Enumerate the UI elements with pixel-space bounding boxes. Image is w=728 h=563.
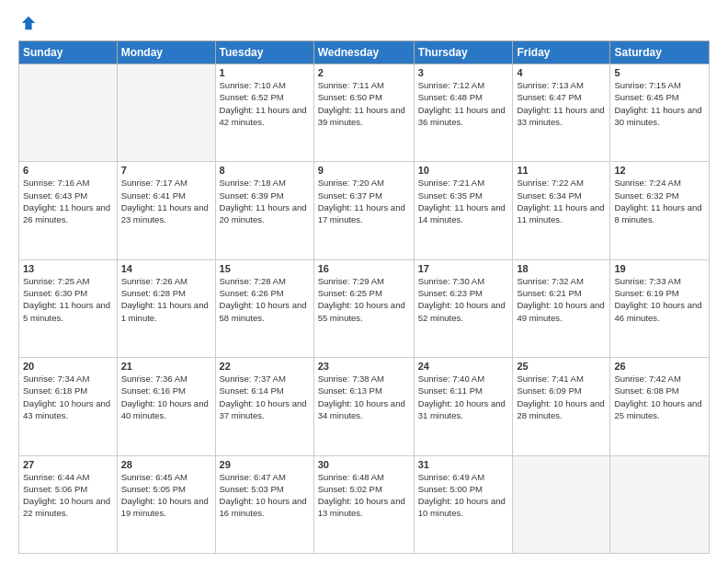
calendar-cell: 30Sunrise: 6:48 AMSunset: 5:02 PMDayligh… [313,455,414,553]
weekday-header: Monday [117,41,215,64]
day-number: 26 [614,361,705,372]
day-number: 20 [23,361,113,372]
day-detail: Sunrise: 7:16 AMSunset: 6:43 PMDaylight:… [23,177,113,225]
calendar-cell [513,455,610,553]
day-detail: Sunrise: 6:48 AMSunset: 5:02 PMDaylight:… [318,471,410,520]
day-number: 22 [220,361,310,372]
logo [18,15,37,31]
weekday-header: Sunday [19,41,118,64]
calendar-cell: 6Sunrise: 7:16 AMSunset: 6:43 PMDaylight… [19,162,118,259]
calendar-week-row: 6Sunrise: 7:16 AMSunset: 6:43 PMDaylight… [19,162,710,259]
weekday-header: Wednesday [313,41,414,64]
day-detail: Sunrise: 7:12 AMSunset: 6:48 PMDaylight:… [418,79,509,128]
calendar-cell: 3Sunrise: 7:12 AMSunset: 6:48 PMDaylight… [414,64,513,162]
calendar-cell: 14Sunrise: 7:26 AMSunset: 6:28 PMDayligh… [117,259,215,357]
day-detail: Sunrise: 7:13 AMSunset: 6:47 PMDaylight:… [517,79,606,128]
calendar-cell: 12Sunrise: 7:24 AMSunset: 6:32 PMDayligh… [610,162,710,259]
weekday-header: Friday [513,41,610,64]
day-detail: Sunrise: 7:36 AMSunset: 6:16 PMDaylight:… [121,373,211,421]
day-number: 16 [318,263,410,274]
day-number: 18 [517,263,606,274]
day-number: 17 [418,263,509,274]
calendar-cell: 29Sunrise: 6:47 AMSunset: 5:03 PMDayligh… [215,455,313,553]
calendar-cell: 10Sunrise: 7:21 AMSunset: 6:35 PMDayligh… [414,162,513,259]
day-detail: Sunrise: 7:38 AMSunset: 6:13 PMDaylight:… [318,373,410,421]
day-detail: Sunrise: 7:17 AMSunset: 6:41 PMDaylight:… [121,177,211,225]
day-detail: Sunrise: 7:42 AMSunset: 6:08 PMDaylight:… [614,373,705,421]
calendar-cell: 2Sunrise: 7:11 AMSunset: 6:50 PMDaylight… [313,64,414,162]
calendar-cell: 21Sunrise: 7:36 AMSunset: 6:16 PMDayligh… [117,358,215,455]
calendar-cell: 22Sunrise: 7:37 AMSunset: 6:14 PMDayligh… [215,358,313,455]
calendar-header-row: SundayMondayTuesdayWednesdayThursdayFrid… [19,41,710,64]
day-number: 13 [23,263,113,274]
day-number: 7 [121,165,211,176]
day-number: 28 [121,459,211,470]
calendar-table: SundayMondayTuesdayWednesdayThursdayFrid… [18,40,710,554]
day-detail: Sunrise: 7:22 AMSunset: 6:34 PMDaylight:… [517,177,606,225]
calendar-cell: 15Sunrise: 7:28 AMSunset: 6:26 PMDayligh… [215,259,313,357]
day-number: 8 [220,165,310,176]
day-number: 5 [614,67,705,78]
day-detail: Sunrise: 7:11 AMSunset: 6:50 PMDaylight:… [318,79,410,128]
logo-icon [20,15,37,31]
calendar-cell: 5Sunrise: 7:15 AMSunset: 6:45 PMDaylight… [610,64,710,162]
day-number: 4 [517,67,606,78]
day-detail: Sunrise: 7:30 AMSunset: 6:23 PMDaylight:… [418,275,509,324]
day-number: 12 [614,165,705,176]
weekday-header: Thursday [414,41,513,64]
calendar-week-row: 20Sunrise: 7:34 AMSunset: 6:18 PMDayligh… [19,358,710,455]
day-detail: Sunrise: 6:44 AMSunset: 5:06 PMDaylight:… [23,471,113,520]
calendar-cell: 23Sunrise: 7:38 AMSunset: 6:13 PMDayligh… [313,358,414,455]
day-detail: Sunrise: 7:33 AMSunset: 6:19 PMDaylight:… [614,275,705,324]
day-number: 30 [318,459,410,470]
weekday-header: Tuesday [215,41,313,64]
calendar-cell: 28Sunrise: 6:45 AMSunset: 5:05 PMDayligh… [117,455,215,553]
calendar-cell: 4Sunrise: 7:13 AMSunset: 6:47 PMDaylight… [513,64,610,162]
day-number: 14 [121,263,211,274]
day-detail: Sunrise: 7:32 AMSunset: 6:21 PMDaylight:… [517,275,606,324]
day-number: 3 [418,67,509,78]
calendar-cell: 9Sunrise: 7:20 AMSunset: 6:37 PMDaylight… [313,162,414,259]
calendar-cell: 26Sunrise: 7:42 AMSunset: 6:08 PMDayligh… [610,358,710,455]
day-number: 21 [121,361,211,372]
day-number: 11 [517,165,606,176]
calendar-cell [610,455,710,553]
day-number: 29 [220,459,310,470]
calendar-cell: 20Sunrise: 7:34 AMSunset: 6:18 PMDayligh… [19,358,118,455]
calendar-cell [19,64,118,162]
day-detail: Sunrise: 7:10 AMSunset: 6:52 PMDaylight:… [220,79,310,128]
calendar-cell: 1Sunrise: 7:10 AMSunset: 6:52 PMDaylight… [215,64,313,162]
day-number: 2 [318,67,410,78]
day-detail: Sunrise: 6:45 AMSunset: 5:05 PMDaylight:… [121,471,211,520]
calendar-week-row: 13Sunrise: 7:25 AMSunset: 6:30 PMDayligh… [19,259,710,357]
day-detail: Sunrise: 7:40 AMSunset: 6:11 PMDaylight:… [418,373,509,421]
calendar-cell: 8Sunrise: 7:18 AMSunset: 6:39 PMDaylight… [215,162,313,259]
day-number: 27 [23,459,113,470]
calendar-week-row: 27Sunrise: 6:44 AMSunset: 5:06 PMDayligh… [19,455,710,553]
day-number: 31 [418,459,509,470]
day-detail: Sunrise: 7:37 AMSunset: 6:14 PMDaylight:… [220,373,310,421]
day-detail: Sunrise: 7:24 AMSunset: 6:32 PMDaylight:… [614,177,705,225]
calendar-cell: 18Sunrise: 7:32 AMSunset: 6:21 PMDayligh… [513,259,610,357]
day-detail: Sunrise: 7:18 AMSunset: 6:39 PMDaylight:… [220,177,310,225]
calendar-cell [117,64,215,162]
day-detail: Sunrise: 7:20 AMSunset: 6:37 PMDaylight:… [318,177,410,225]
calendar-cell: 19Sunrise: 7:33 AMSunset: 6:19 PMDayligh… [610,259,710,357]
calendar-cell: 7Sunrise: 7:17 AMSunset: 6:41 PMDaylight… [117,162,215,259]
calendar-week-row: 1Sunrise: 7:10 AMSunset: 6:52 PMDaylight… [19,64,710,162]
calendar-cell: 27Sunrise: 6:44 AMSunset: 5:06 PMDayligh… [19,455,118,553]
svg-marker-0 [22,17,35,29]
header [18,15,710,31]
calendar-cell: 17Sunrise: 7:30 AMSunset: 6:23 PMDayligh… [414,259,513,357]
day-number: 15 [220,263,310,274]
day-number: 9 [318,165,410,176]
day-number: 10 [418,165,509,176]
calendar-cell: 11Sunrise: 7:22 AMSunset: 6:34 PMDayligh… [513,162,610,259]
day-detail: Sunrise: 7:26 AMSunset: 6:28 PMDaylight:… [121,275,211,324]
day-detail: Sunrise: 7:21 AMSunset: 6:35 PMDaylight:… [418,177,509,225]
day-detail: Sunrise: 7:25 AMSunset: 6:30 PMDaylight:… [23,275,113,324]
day-detail: Sunrise: 7:41 AMSunset: 6:09 PMDaylight:… [517,373,606,421]
weekday-header: Saturday [610,41,710,64]
calendar-cell: 24Sunrise: 7:40 AMSunset: 6:11 PMDayligh… [414,358,513,455]
day-detail: Sunrise: 7:29 AMSunset: 6:25 PMDaylight:… [318,275,410,324]
